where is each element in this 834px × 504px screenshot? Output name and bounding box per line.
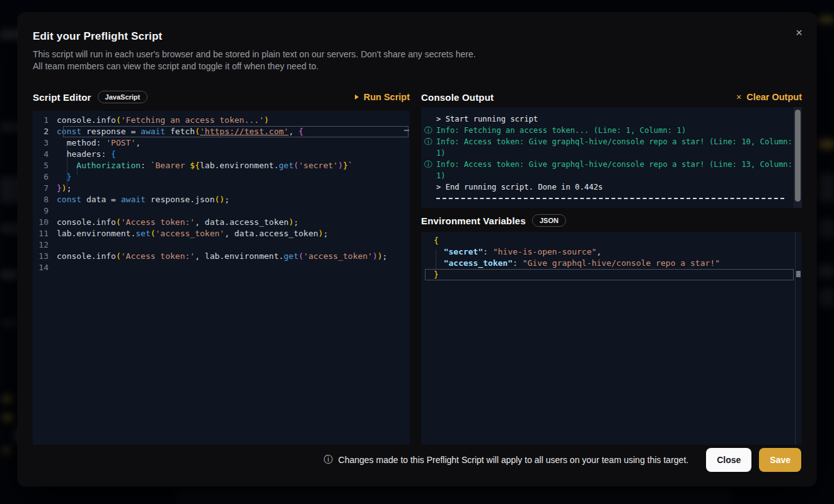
line-number: 14 xyxy=(33,262,57,273)
environment-variables-header: Environment Variables JSON xyxy=(421,212,802,229)
code-line[interactable]: 11lab.environment.set('access_token', da… xyxy=(33,228,410,239)
line-number: 12 xyxy=(33,239,57,251)
close-button[interactable]: Close xyxy=(706,448,751,472)
line-number: 1 xyxy=(33,115,57,126)
save-button[interactable]: Save xyxy=(759,448,801,472)
line-number: 4 xyxy=(33,149,57,160)
script-editor-title: Script Editor xyxy=(33,92,91,103)
env-scrollbar-track xyxy=(795,232,796,445)
code-line[interactable]: 5 Authorization: `Bearer ${lab.environme… xyxy=(33,160,410,171)
info-icon: ⓘ xyxy=(424,159,432,170)
code-line[interactable]: 4 headers: { xyxy=(33,149,410,160)
code-line[interactable]: { xyxy=(421,235,802,246)
run-script-button[interactable]: Run Script xyxy=(355,92,410,102)
code-line[interactable]: 8const data = await response.json(); xyxy=(33,194,410,205)
modal-title: Edit your Preflight Script xyxy=(33,30,162,43)
environment-variables-title: Environment Variables xyxy=(421,215,526,226)
overview-ruler-mark xyxy=(404,130,409,131)
code-line[interactable]: 9 xyxy=(33,205,410,217)
console-output-panel[interactable]: > Start running scriptⓘInfo: Fetching an… xyxy=(421,107,802,208)
code-line[interactable]: 6 } xyxy=(33,171,410,183)
code-line[interactable]: 12 xyxy=(33,239,410,251)
info-icon: ⓘ xyxy=(424,125,432,136)
line-number: 10 xyxy=(33,217,57,228)
code-line[interactable]: 14 xyxy=(33,262,410,273)
env-scrollbar-thumb[interactable] xyxy=(796,271,801,277)
console-output-title: Console Output xyxy=(421,92,494,103)
line-number: 3 xyxy=(33,137,57,149)
run-script-label: Run Script xyxy=(364,92,410,102)
clear-output-button[interactable]: × Clear Output xyxy=(736,92,802,102)
console-separator xyxy=(436,198,784,199)
line-number: 5 xyxy=(33,160,57,171)
clear-output-label: Clear Output xyxy=(746,92,802,102)
console-scrollbar-thumb[interactable] xyxy=(795,110,801,202)
language-badge: JavaScript xyxy=(98,91,148,103)
line-number: 13 xyxy=(33,251,57,262)
preflight-script-modal: Edit your Preflight Script This script w… xyxy=(18,13,816,486)
console-entry: ⓘInfo: Fetching an access token... (Line… xyxy=(436,125,799,136)
console-entry: ⓘInfo: Access token: Give graphql-hive/c… xyxy=(436,136,799,159)
code-line[interactable]: "secret": "hive-is-open-source", xyxy=(421,246,802,258)
code-line[interactable]: } xyxy=(421,269,802,280)
code-line[interactable]: 3 method: 'POST', xyxy=(33,137,410,149)
line-number: 6 xyxy=(33,171,57,183)
line-number: 8 xyxy=(33,194,57,205)
json-badge: JSON xyxy=(532,214,566,227)
script-editor[interactable]: 1console.info('Fetching an access token.… xyxy=(33,111,410,445)
footer-note-text: Changes made to this Preflight Script wi… xyxy=(339,455,689,465)
footer-note: ⓘ Changes made to this Preflight Script … xyxy=(324,454,689,466)
console-entry: ⓘInfo: Access token: Give graphql-hive/c… xyxy=(436,159,799,181)
code-line[interactable]: "access_token": "Give graphql-hive/conso… xyxy=(421,258,802,269)
info-icon: ⓘ xyxy=(324,454,333,466)
code-line[interactable]: 2const response = await fetch('https://t… xyxy=(33,126,410,137)
close-icon[interactable]: × xyxy=(796,26,802,38)
modal-description-line1: This script will run in each user's brow… xyxy=(33,49,476,59)
code-line[interactable]: 1console.info('Fetching an access token.… xyxy=(33,115,410,126)
line-number: 7 xyxy=(33,183,57,194)
console-entry: > End running script. Done in 0.442s xyxy=(436,181,799,193)
code-line[interactable]: 10console.info('Access token:', data.acc… xyxy=(33,217,410,228)
modal-description-line2: All team members can view the script and… xyxy=(33,61,318,71)
code-line[interactable]: 13console.info('Access token:', lab.envi… xyxy=(33,251,410,262)
modal-footer: ⓘ Changes made to this Preflight Script … xyxy=(324,448,801,472)
line-number: 11 xyxy=(33,228,57,239)
page-background: Edit your Preflight Script This script w… xyxy=(0,0,834,504)
info-icon: ⓘ xyxy=(424,136,432,147)
line-number: 9 xyxy=(33,205,57,217)
console-entry: > Start running script xyxy=(436,113,799,125)
clear-icon: × xyxy=(736,92,741,102)
console-output-header: Console Output × Clear Output xyxy=(421,88,802,106)
play-icon xyxy=(355,94,359,100)
script-editor-header: Script Editor JavaScript Run Script xyxy=(33,88,410,106)
line-number: 2 xyxy=(33,126,57,137)
code-line[interactable]: 7}); xyxy=(33,183,410,194)
environment-variables-editor[interactable]: { "secret": "hive-is-open-source", "acce… xyxy=(421,232,802,445)
